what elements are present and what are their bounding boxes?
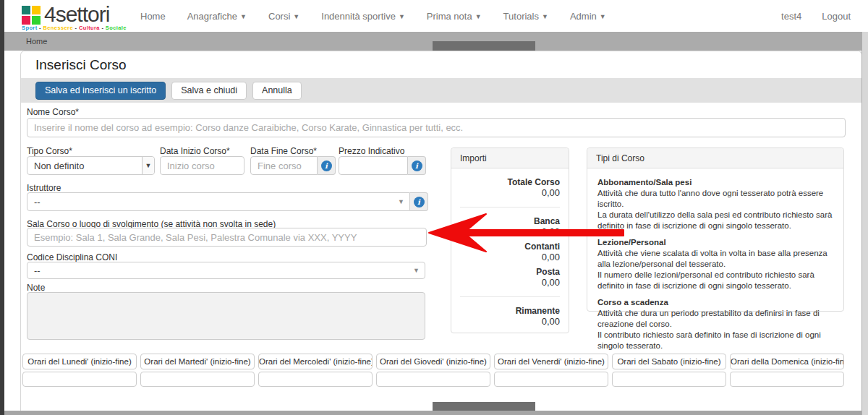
brand-name: 4settori [44, 4, 109, 25]
info-icon[interactable] [321, 161, 332, 171]
screen-artifact [433, 41, 535, 51]
course-type-line: Il contributo richiesto sarà definito in… [597, 330, 833, 351]
course-types-panel-title: Tipi di Corso [587, 148, 843, 168]
schedule-column-saturday: Orari del Sabato (inizio-fine) [612, 354, 726, 387]
end-date-label: Data Fine Corso* [250, 146, 317, 156]
end-date-input[interactable] [250, 156, 318, 175]
amounts-panel: Importi Totale Corso 0,00 Banca 0,00 Con… [451, 147, 569, 333]
start-date-input[interactable] [160, 156, 244, 175]
amount-value: 0,00 [460, 252, 560, 262]
menu-home[interactable]: Home [140, 11, 166, 22]
navbar-right: test4 Logout [781, 0, 851, 32]
amount-label: Totale Corso [460, 177, 560, 187]
price-input[interactable] [339, 156, 408, 175]
weekly-schedule: Orari del Lunedi' (inizio-fine) Orari de… [22, 354, 844, 387]
schedule-column-thursday: Orari del Giovedi' (inizio-fine) [376, 354, 490, 387]
amount-value: 0,00 [460, 226, 560, 237]
price-group [339, 156, 426, 175]
info-icon[interactable] [412, 161, 422, 171]
course-type-line: La durata dell'utilizzo della sala pesi … [597, 210, 833, 231]
schedule-column-monday: Orari del Lunedi' (inizio-fine) [22, 354, 137, 387]
amounts-body: Totale Corso 0,00 Banca 0,00 Contanti 0,… [451, 168, 569, 327]
window-bottom-strip [4, 411, 868, 415]
vertical-scrollbar[interactable] [861, 32, 868, 415]
amount-label: Rimanente [460, 306, 560, 316]
brand-logo[interactable]: 4settori [22, 4, 109, 25]
course-type-select[interactable]: Non definito ▼ [27, 156, 155, 175]
course-name-label: Nome Corso* [27, 107, 79, 117]
schedule-header: Orari del Mercoledi' (inizio-fine) [258, 354, 373, 369]
coni-code-label: Codice Disciplina CONI [27, 252, 117, 262]
divider [460, 207, 560, 208]
caret-down-icon: ▼ [293, 13, 299, 20]
amounts-panel-title: Importi [451, 148, 569, 168]
caret-down-icon: ▼ [600, 13, 606, 20]
schedule-input-saturday[interactable] [612, 372, 726, 387]
window-edge [0, 0, 4, 415]
schedule-column-friday: Orari del Venerdi' (inizio-fine) [494, 354, 608, 387]
menu-anagrafiche[interactable]: Anagrafiche▼ [187, 11, 247, 22]
user-name[interactable]: test4 [781, 11, 801, 22]
logo-square-yellow [32, 6, 41, 14]
course-type-label: Tipo Corso* [27, 146, 72, 156]
schedule-header: Orari del Giovedi' (inizio-fine) [376, 354, 490, 369]
amount-value: 0,00 [460, 277, 560, 288]
menu-tutorials[interactable]: Tutorials▼ [503, 11, 548, 22]
instructor-label: Istruttore [27, 183, 61, 193]
course-type-line: Attività che dura tutto l'anno dove ogni… [597, 188, 833, 210]
page-content: Inserisci Corso Salva ed inserisci un is… [4, 51, 868, 411]
course-types-panel: Tipi di Corso Abbonamento/Sala pesi Atti… [587, 147, 844, 312]
schedule-input-friday[interactable] [494, 372, 608, 387]
caret-down-icon: ▼ [240, 13, 247, 20]
tagline-sociale: Sociale [106, 25, 127, 31]
end-date-info-addon [318, 156, 336, 175]
menu-indennita-sportive[interactable]: Indennità sportive▼ [321, 11, 405, 22]
notes-label: Note [27, 283, 45, 293]
save-and-close-button[interactable]: Salva e chiudi [171, 82, 247, 100]
start-date-label: Data Inizio Corso* [160, 146, 230, 156]
action-toolbar: Salva ed inserisci un iscritto Salva e c… [21, 78, 861, 103]
amount-value: 0,00 [460, 187, 560, 198]
top-navbar: 4settori Sport - Benessere - Cultura - S… [4, 0, 868, 32]
room-input[interactable] [27, 228, 427, 247]
tagline-cultura: Cultura [79, 25, 100, 31]
schedule-input-tuesday[interactable] [140, 372, 255, 387]
course-name-input[interactable] [27, 118, 846, 137]
divider [460, 296, 560, 297]
course-types-body: Abbonamento/Sala pesi Attività che dura … [587, 168, 843, 359]
info-icon[interactable] [414, 197, 425, 208]
schedule-input-wednesday[interactable] [258, 372, 373, 387]
insert-course-panel: Inserisci Corso Salva ed inserisci un is… [20, 51, 862, 411]
course-type-heading: Abbonamento/Sala pesi [597, 177, 833, 188]
select-caret-icon: ▼ [398, 198, 404, 205]
cancel-button[interactable]: Annulla [252, 82, 302, 100]
logo-square-green [32, 16, 41, 25]
select-caret-icon: ▼ [413, 267, 420, 274]
schedule-input-sunday[interactable] [730, 372, 844, 387]
amount-label: Contanti [460, 241, 560, 252]
schedule-column-tuesday: Orari del Martedi' (inizio-fine) [140, 354, 255, 387]
menu-prima-nota[interactable]: Prima nota▼ [427, 11, 482, 22]
amount-label: Banca [460, 216, 560, 226]
notes-textarea[interactable] [27, 292, 425, 340]
instructor-group: -- ▼ [27, 192, 428, 211]
caret-down-icon: ▼ [399, 13, 405, 20]
menu-corsi[interactable]: Corsi▼ [268, 11, 299, 22]
course-type-line: Attività che viene scalata di volta in v… [597, 248, 833, 270]
breadcrumb-home[interactable]: Home [26, 32, 47, 51]
logo-square-red [22, 16, 30, 25]
logout-link[interactable]: Logout [822, 11, 851, 22]
instructor-select[interactable]: -- ▼ [27, 192, 410, 211]
schedule-input-monday[interactable] [22, 372, 137, 387]
instructor-info-addon [410, 192, 428, 211]
menu-admin[interactable]: Admin▼ [570, 11, 606, 22]
schedule-column-sunday: Orari della Domenica (inizio-fine) [730, 354, 844, 387]
schedule-header: Orari del Lunedi' (inizio-fine) [22, 354, 137, 369]
caret-down-icon: ▼ [542, 13, 548, 20]
logo-square-teal [22, 6, 30, 14]
schedule-header: Orari della Domenica (inizio-fine) [730, 354, 844, 369]
coni-code-select[interactable]: -- ▼ [27, 262, 425, 279]
four-squares-logo-icon [22, 6, 41, 25]
schedule-input-thursday[interactable] [376, 372, 490, 387]
save-and-insert-member-button[interactable]: Salva ed inserisci un iscritto [35, 82, 166, 100]
